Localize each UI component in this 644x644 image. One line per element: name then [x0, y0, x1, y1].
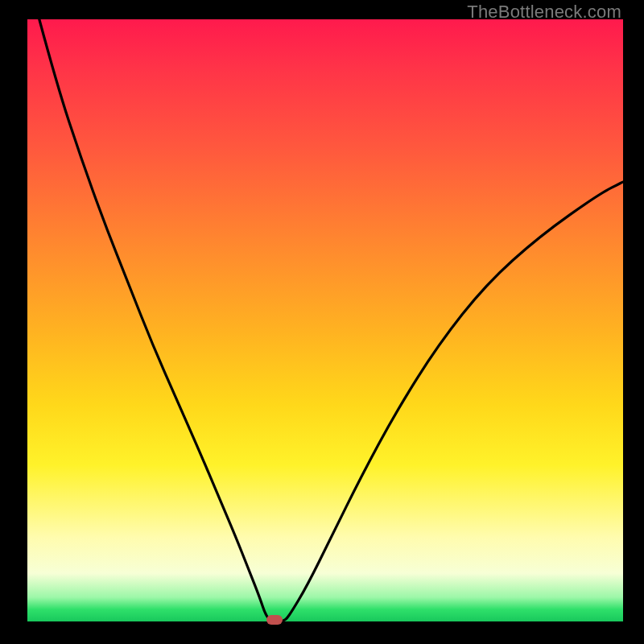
bottleneck-curve	[27, 19, 623, 621]
plot-area	[27, 19, 623, 621]
curve-path	[39, 19, 623, 621]
chart-frame: TheBottleneck.com	[0, 0, 644, 644]
optimal-marker	[266, 615, 283, 625]
